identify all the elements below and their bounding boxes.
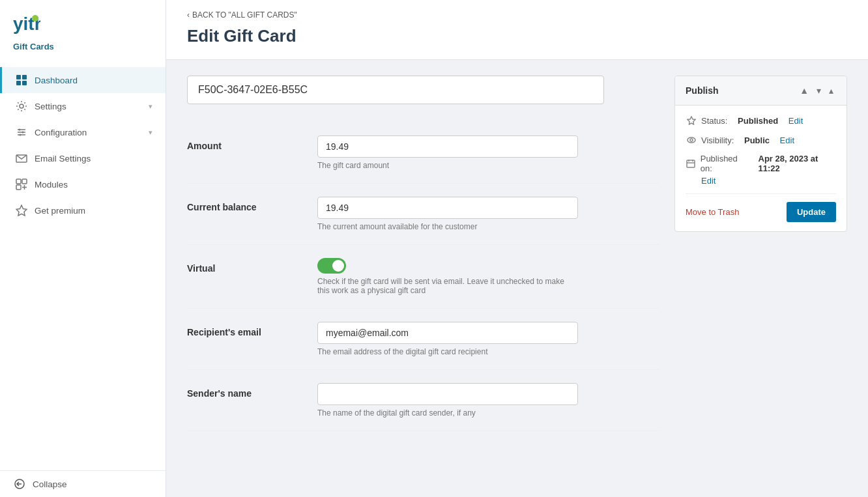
- chevron-down-icon: ▾: [149, 102, 152, 111]
- amount-help: The gift card amount: [317, 161, 578, 170]
- sidebar-subtitle: Gift Cards: [0, 42, 166, 62]
- back-chevron-icon: ‹: [187, 10, 190, 20]
- svg-point-1: [32, 15, 38, 21]
- sidebar-item-modules[interactable]: Modules: [0, 171, 166, 197]
- published-label: Published on:: [701, 154, 748, 173]
- sender-name-label: Sender's name: [187, 383, 317, 399]
- sidebar-nav: Dashboard Settings ▾ Configuration ▾ Ema…: [0, 62, 166, 470]
- publish-collapse-up-button[interactable]: ▲: [797, 84, 811, 97]
- published-date-edit-link[interactable]: Edit: [701, 176, 836, 186]
- content-area: ‹ BACK TO "ALL GIFT CARDS" Edit Gift Car…: [166, 0, 868, 497]
- virtual-toggle[interactable]: ✓: [317, 258, 346, 274]
- settings-icon: [15, 100, 28, 113]
- sender-name-help: The name of the digital gift card sender…: [317, 408, 578, 418]
- visibility-value: Public: [744, 135, 770, 145]
- svg-rect-22: [687, 160, 695, 167]
- update-button[interactable]: Update: [787, 202, 836, 222]
- virtual-content: ✓ Check if the gift card will be sent vi…: [317, 258, 578, 295]
- svg-point-20: [687, 137, 695, 143]
- balance-content: The current amount available for the cus…: [317, 197, 578, 231]
- svg-point-6: [20, 104, 23, 108]
- status-edit-link[interactable]: Edit: [788, 116, 803, 126]
- publish-panel: Publish ▲ ▾ ▴ Status: Published E: [674, 76, 847, 232]
- status-value: Published: [738, 116, 778, 126]
- status-icon: [686, 115, 697, 126]
- configuration-icon: [15, 126, 28, 139]
- recipient-email-input[interactable]: [317, 322, 578, 344]
- visibility-icon: [686, 134, 697, 146]
- svg-rect-3: [22, 75, 27, 79]
- calendar-icon: [686, 158, 697, 169]
- publish-status-row: Status: Published Edit: [686, 115, 836, 126]
- svg-rect-4: [16, 81, 21, 85]
- svg-marker-19: [687, 117, 695, 124]
- svg-rect-2: [16, 75, 21, 79]
- balance-label: Current balance: [187, 197, 317, 212]
- sidebar-item-get-premium[interactable]: Get premium: [0, 197, 166, 223]
- amount-input[interactable]: [317, 135, 578, 158]
- amount-label: Amount: [187, 135, 317, 151]
- sidebar-item-dashboard[interactable]: Dashboard: [0, 67, 166, 93]
- status-label: Status:: [701, 116, 727, 126]
- page-content-wrapper: Amount The gift card amount Current bala…: [166, 60, 868, 447]
- chevron-down-icon: ▾: [149, 128, 152, 137]
- collapse-icon: [13, 477, 26, 490]
- balance-input[interactable]: [317, 197, 578, 219]
- modules-icon: [15, 178, 28, 191]
- back-link-label: BACK TO "ALL GIFT CARDS": [192, 10, 297, 20]
- publish-date-row: Published on: Apr 28, 2023 at 11:22: [686, 154, 836, 173]
- gift-card-code-input[interactable]: [187, 76, 604, 104]
- recipient-email-content: The email address of the digital gift ca…: [317, 322, 578, 356]
- premium-icon: [15, 204, 28, 217]
- sender-name-field: Sender's name The name of the digital gi…: [187, 370, 659, 431]
- sidebar-collapse-button[interactable]: Collapse: [0, 470, 166, 497]
- move-to-trash-link[interactable]: Move to Trash: [686, 207, 739, 217]
- svg-rect-16: [16, 185, 21, 190]
- amount-content: The gift card amount: [317, 135, 578, 170]
- page-header: ‹ BACK TO "ALL GIFT CARDS" Edit Gift Car…: [166, 0, 868, 60]
- main-content: ‹ BACK TO "ALL GIFT CARDS" Edit Gift Car…: [166, 0, 868, 497]
- page-title: Edit Gift Card: [187, 26, 847, 46]
- svg-point-11: [22, 132, 24, 134]
- amount-field: Amount The gift card amount: [187, 122, 659, 184]
- virtual-help: Check if the gift card will be sent via …: [317, 277, 578, 295]
- svg-point-12: [20, 134, 22, 136]
- virtual-label: Virtual: [187, 258, 317, 274]
- form-main: Amount The gift card amount Current bala…: [187, 76, 659, 431]
- publish-actions: Move to Trash Update: [686, 193, 836, 222]
- logo-area: yith: [0, 0, 166, 42]
- publish-visibility-row: Visibility: Public Edit: [686, 134, 836, 146]
- publish-collapse-down-button[interactable]: ▾: [814, 84, 824, 97]
- toggle-check-icon: ✓: [337, 261, 343, 270]
- sidebar-item-label: Get premium: [35, 206, 85, 216]
- sidebar-item-label: Modules: [35, 180, 68, 190]
- publish-close-button[interactable]: ▴: [826, 84, 836, 97]
- virtual-field: Virtual ✓ Check if the gift card will be…: [187, 245, 659, 309]
- dashboard-icon: [15, 74, 28, 87]
- sender-name-content: The name of the digital gift card sender…: [317, 383, 578, 418]
- publish-panel-title: Publish: [686, 85, 719, 96]
- svg-rect-5: [22, 81, 27, 85]
- sidebar-item-label: Settings: [35, 102, 66, 111]
- svg-rect-14: [16, 179, 21, 184]
- balance-field: Current balance The current amount avail…: [187, 184, 659, 245]
- sidebar-item-settings[interactable]: Settings ▾: [0, 93, 166, 119]
- recipient-email-help: The email address of the digital gift ca…: [317, 347, 578, 356]
- svg-point-21: [690, 139, 693, 141]
- visibility-label: Visibility:: [701, 135, 734, 145]
- back-link[interactable]: ‹ BACK TO "ALL GIFT CARDS": [187, 10, 847, 20]
- svg-point-10: [19, 129, 21, 131]
- recipient-email-label: Recipient's email: [187, 322, 317, 337]
- sidebar-item-configuration[interactable]: Configuration ▾: [0, 119, 166, 145]
- sender-name-input[interactable]: [317, 383, 578, 405]
- balance-help: The current amount available for the cus…: [317, 222, 578, 231]
- publish-panel-header: Publish ▲ ▾ ▴: [675, 76, 846, 106]
- email-icon: [15, 152, 28, 165]
- sidebar-item-email-settings[interactable]: Email Settings: [0, 145, 166, 171]
- visibility-edit-link[interactable]: Edit: [780, 135, 794, 145]
- sidebar-item-label: Configuration: [35, 128, 87, 137]
- publish-panel-controls: ▲ ▾ ▴: [797, 84, 836, 97]
- svg-marker-17: [16, 205, 27, 216]
- collapse-label: Collapse: [33, 479, 67, 489]
- published-date: Apr 28, 2023 at 11:22: [759, 154, 836, 173]
